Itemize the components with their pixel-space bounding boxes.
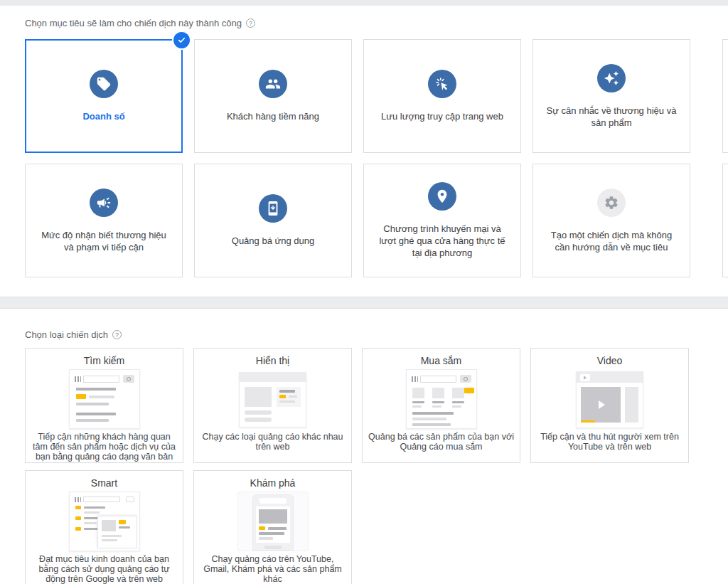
campaign-type-title: Video <box>597 354 623 367</box>
goal-label: Khách hàng tiềm năng <box>227 110 319 122</box>
campaign-type-card-search[interactable]: Tìm kiếm Tiếp cận những khách hàng qua <box>25 348 183 463</box>
partial-goal-card[interactable] <box>722 164 728 277</box>
search-campaign-thumbnail <box>69 369 140 429</box>
campaign-type-card-smart[interactable]: Smart <box>25 470 183 584</box>
campaign-setup-page: Chọn mục tiêu sẽ làm cho chiến dịch này … <box>0 0 728 584</box>
people-icon <box>259 70 287 98</box>
campaign-type-description: Đạt mục tiêu kinh doanh của bạn bằng các… <box>26 554 183 584</box>
top-divider <box>0 0 728 6</box>
campaign-type-card-video[interactable]: Video <box>530 348 689 463</box>
campaign-type-description: Quảng bá các sản phẩm của bạn với Quảng … <box>363 432 520 452</box>
campaign-type-grid: Tìm kiếm Tiếp cận những khách hàng qua <box>25 348 728 584</box>
goal-label: Tạo một chiến dịch mà không cần hướng dẫ… <box>543 229 680 253</box>
megaphone-icon <box>90 189 118 217</box>
campaign-type-card-discovery[interactable]: Khám phá <box>193 470 352 584</box>
sparkles-icon <box>597 64 626 92</box>
shopping-campaign-thumbnail <box>406 369 477 429</box>
cursor-click-icon <box>428 70 456 98</box>
campaign-type-title: Smart <box>91 477 117 489</box>
goal-card-leads[interactable]: Khách hàng tiềm năng <box>194 39 352 153</box>
goal-label: Chương trình khuyến mại và lượt ghé qua … <box>374 223 510 259</box>
partial-goal-card[interactable] <box>722 39 728 153</box>
type-section-title: Chọn loại chiến dịch <box>25 329 108 340</box>
gear-icon <box>597 189 626 217</box>
goal-card-app-promotion[interactable]: Quảng bá ứng dụng <box>194 164 352 277</box>
campaign-type-card-shopping[interactable]: Mua sắm Quảng <box>362 348 520 463</box>
campaign-type-description: Chạy các loại quảng cáo khác nhau trên w… <box>194 432 351 452</box>
campaign-type-description: Chạy quảng cáo trên YouTube, Gmail, Khám… <box>194 554 351 584</box>
goal-card-brand-awareness-reach[interactable]: Mức độ nhận biết thương hiệu và phạm vi … <box>25 164 183 277</box>
campaign-type-description: Tiếp cận và thu hút người xem trên YouTu… <box>531 432 688 452</box>
campaign-type-title: Tìm kiếm <box>84 354 125 367</box>
goal-label: Doanh số <box>82 110 124 122</box>
campaign-type-title: Khám phá <box>250 477 296 489</box>
video-campaign-thumbnail <box>574 369 646 429</box>
campaign-type-description: Tiếp cận những khách hàng quan tâm đến s… <box>26 432 183 462</box>
goal-label: Mức độ nhận biết thương hiệu và phạm vi … <box>36 229 172 253</box>
selected-check-icon <box>173 32 190 48</box>
goal-card-sales[interactable]: Doanh số <box>25 39 183 153</box>
goal-card-product-brand-consideration[interactable]: Sự cân nhắc về thương hiệu và sản phẩm <box>532 39 690 153</box>
location-pin-icon <box>428 182 456 211</box>
phone-download-icon <box>259 194 287 223</box>
goal-section: Chọn mục tiêu sẽ làm cho chiến dịch này … <box>0 6 728 277</box>
price-tag-icon <box>90 70 118 98</box>
help-icon[interactable]: ? <box>246 18 255 28</box>
discovery-campaign-thumbnail <box>237 492 309 551</box>
goal-section-title: Chọn mục tiêu sẽ làm cho chiến dịch này … <box>25 18 242 28</box>
display-campaign-thumbnail <box>237 369 309 429</box>
goal-card-without-goal-guidance[interactable]: Tạo một chiến dịch mà không cần hướng dẫ… <box>532 164 690 277</box>
help-icon[interactable]: ? <box>112 330 122 339</box>
campaign-type-section: Chọn loại chiến dịch ? Tìm kiếm <box>0 309 728 584</box>
goal-label: Lưu lượng truy cập trang web <box>381 110 503 122</box>
goal-card-local-store-visits-promotions[interactable]: Chương trình khuyến mại và lượt ghé qua … <box>363 164 521 277</box>
goal-grid: Doanh số Khách hàng tiềm năng Lưu lượng … <box>25 39 728 277</box>
goal-card-website-traffic[interactable]: Lưu lượng truy cập trang web <box>363 39 521 153</box>
smart-campaign-thumbnail <box>69 492 140 551</box>
campaign-type-card-display[interactable]: Hiển thị <box>193 348 352 463</box>
goal-label: Quảng bá ứng dụng <box>232 235 314 247</box>
campaign-type-title: Hiển thị <box>256 354 289 367</box>
goal-label: Sự cân nhắc về thương hiệu và sản phẩm <box>543 105 680 129</box>
section-divider <box>0 297 728 309</box>
campaign-type-title: Mua sắm <box>421 354 462 367</box>
